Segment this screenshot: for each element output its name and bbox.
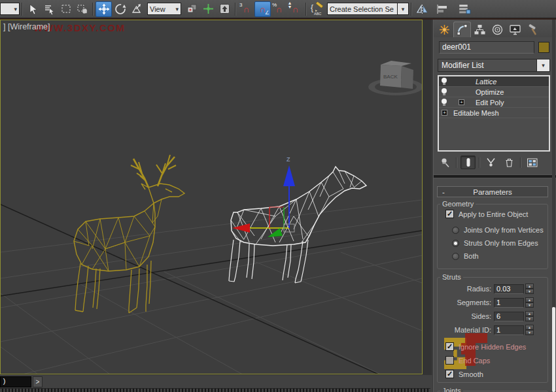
move-gizmo[interactable]: Z [232,156,295,237]
tab-modify[interactable] [453,22,471,37]
tab-motion[interactable] [489,22,506,37]
object-color-swatch[interactable] [538,42,549,53]
listener-expand-button[interactable]: > [33,376,43,387]
remove-modifier-button[interactable] [502,155,517,169]
maxscript-mini-listener[interactable]: ) [0,376,31,387]
gizmo-x-arrow-icon[interactable] [232,223,250,233]
deer-stag-wireframe[interactable] [74,155,184,313]
panel-scrollbar-thumb[interactable] [552,307,555,392]
segments-spinner[interactable]: ▲▼ [525,297,534,308]
select-object-button[interactable] [25,1,41,17]
end-caps-checkbox[interactable]: End Caps [445,356,490,365]
rectangular-selection-button[interactable] [58,1,74,17]
stack-item-edit-poly[interactable]: + Edit Poly [439,97,549,108]
lightbulb-icon[interactable] [442,88,447,95]
modifier-list-dropdown-button[interactable]: ▾ [536,59,549,71]
select-and-scale-button[interactable] [128,1,145,17]
material-id-spinner[interactable]: ▲▼ [525,325,534,335]
spin-up-icon[interactable]: ▲ [525,284,534,289]
viewport-label[interactable]: ] [Wireframe] [3,22,50,31]
material-id-field[interactable]: 1 [494,325,524,335]
checkbox-box[interactable]: ✓ [445,210,454,218]
spin-down-icon[interactable]: ▼ [525,330,534,335]
trash-icon [504,157,515,168]
edit-named-selection-sets-button[interactable]: { ABC [309,1,327,17]
radio-button[interactable] [452,240,459,247]
ignore-hidden-edges-checkbox[interactable]: ✓ Ignore Hidden Edges [445,342,526,351]
viewcube-right-face[interactable] [401,66,413,89]
gizmo-z-arrow-icon[interactable] [283,165,295,186]
spin-up-icon[interactable]: ▲ [525,297,534,302]
spinner-snap-toggle-button[interactable]: ▴▾ ∩ [287,1,304,17]
segments-field[interactable]: 1 [494,298,524,308]
magnet-icon: ∩ [292,6,298,12]
viewcube[interactable]: BACK [368,61,422,95]
spin-down-icon[interactable]: ▼ [525,289,534,294]
angle-snap-toggle-button[interactable]: ∩ ∠ [254,1,271,17]
spin-up-icon[interactable]: ▲ [525,325,534,330]
select-and-manipulate-button[interactable] [200,1,217,17]
checkbox-box[interactable]: ✓ [445,342,454,351]
panel-divider-bar[interactable] [434,174,556,178]
lightbulb-icon[interactable] [442,78,447,85]
expand-icon[interactable]: + [459,99,464,105]
align-button[interactable] [434,1,451,17]
tab-display[interactable] [506,22,524,37]
track-bar[interactable] [0,388,430,392]
configure-modifier-sets-button[interactable] [525,155,540,169]
snap-toggle-3d-button[interactable]: 3 ∩ [238,1,254,17]
select-and-rotate-button[interactable] [112,1,128,17]
mirror-button[interactable] [414,1,430,17]
viewport-canvas[interactable]: Z BACK [1,20,422,374]
selection-set-dropdown-button[interactable]: ▾ [398,3,409,15]
toolbar-separator [456,157,457,168]
show-end-result-button[interactable] [460,155,476,169]
spin-down-icon[interactable]: ▼ [525,316,534,321]
undo-dropdown[interactable]: ▾ [0,3,20,15]
checkbox-box[interactable]: ✓ [445,370,454,378]
spin-up-icon[interactable]: ▲ [525,311,534,316]
select-by-name-button[interactable] [41,1,58,17]
keyboard-override-button[interactable] [217,1,233,17]
stack-item-label: Lattice [476,78,496,86]
lightbulb-icon[interactable] [442,99,447,106]
reference-coordinate-dropdown[interactable]: View ▾ [147,3,181,15]
radius-spinner[interactable]: ▲▼ [525,284,534,294]
material-id-label: Material ID: [436,326,494,334]
make-unique-button[interactable] [483,155,498,169]
ground-grid-axes [1,204,422,374]
stack-item-optimize[interactable]: Optimize [439,87,549,97]
tab-utilities[interactable] [524,22,542,37]
struts-only-radio[interactable]: Struts Only from Edges [452,239,538,247]
smooth-checkbox[interactable]: ✓ Smooth [445,370,483,378]
named-selection-set-dropdown[interactable]: Create Selection Se [327,3,398,15]
modifier-list-dropdown[interactable]: Modifier List ▾ [438,59,550,72]
tab-hierarchy[interactable] [471,22,489,37]
both-radio[interactable]: Both [452,252,479,260]
tab-create[interactable] [436,22,453,37]
perspective-viewport[interactable]: ] [Wireframe] WWW.3DXY.COM [0,20,423,374]
stack-item-editable-mesh[interactable]: + Editable Mesh [439,108,549,118]
joints-only-radio[interactable]: Joints Only from Vertices [452,226,544,234]
radio-button[interactable] [452,227,459,234]
sides-spinner[interactable]: ▲▼ [525,311,534,321]
select-and-move-button[interactable] [96,1,112,17]
apply-entire-object-checkbox[interactable]: ✓ Apply to Entire Object [445,210,528,218]
use-pivot-point-button[interactable] [184,1,200,17]
sides-field[interactable]: 6 [494,312,524,321]
stack-item-lattice[interactable]: Lattice [439,76,549,87]
layer-manager-button[interactable] [456,1,472,17]
radio-button[interactable] [452,253,459,260]
stack-toolbar [438,155,550,170]
object-name-field[interactable]: deer001 [439,41,534,54]
spin-down-icon[interactable]: ▼ [525,302,534,308]
checkbox-box[interactable] [445,356,454,365]
pin-stack-button[interactable] [438,155,453,169]
parameters-rollout-header[interactable]: - Parameters [437,186,548,197]
expand-icon[interactable]: + [442,110,447,116]
layers-icon [458,3,471,15]
named-selection-set-value: Create Selection Se [330,5,394,13]
window-crossing-button[interactable] [74,1,90,17]
radius-field[interactable]: 0.03 [494,284,524,294]
percent-snap-toggle-button[interactable]: % ∩ [271,1,287,17]
